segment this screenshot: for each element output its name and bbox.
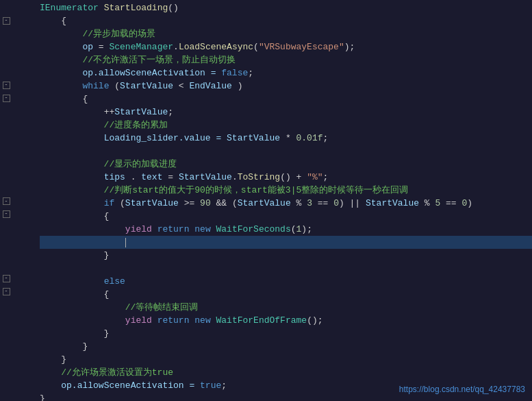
code-line-7: { xyxy=(40,93,532,106)
gutter-cell-5 xyxy=(0,66,12,79)
gutter-cell-12 xyxy=(0,156,12,169)
code-line-6: while (StartValue < EndValue ) xyxy=(40,80,532,93)
gutter-cell-13 xyxy=(0,169,12,182)
code-line-13: tips . text = StartValue.ToString() + "%… xyxy=(40,171,532,184)
cursor xyxy=(125,238,126,247)
watermark: https://blog.csdn.net/qq_42437783 xyxy=(399,385,525,394)
gutter-cell-25 xyxy=(0,324,12,337)
gutter-cell-8 xyxy=(0,105,12,118)
gutter-cell-3 xyxy=(0,40,12,53)
gutter-cell-28 xyxy=(0,363,12,376)
code-line-21: else xyxy=(40,275,532,288)
code-line-23: //等待帧结束回调 xyxy=(40,301,532,314)
code-line-28: //允许场景激活设置为true xyxy=(40,366,532,379)
code-line-8: ++StartValue; xyxy=(40,106,532,119)
gutter-column: - - - - - xyxy=(0,0,12,401)
gutter-cell-15[interactable]: - xyxy=(0,195,12,208)
code-line-14: //判断start的值大于90的时候，start能被3|5整除的时候等待一秒在回… xyxy=(40,184,532,197)
gutter-cell-14 xyxy=(0,182,12,195)
code-line-12: //显示的加载进度 xyxy=(40,158,532,171)
gutter-cell-10 xyxy=(0,130,12,143)
line-numbers xyxy=(12,0,33,401)
code-line-2: //异步加载的场景 xyxy=(40,27,532,40)
gutter-cell-2 xyxy=(0,27,12,40)
code-line-18 xyxy=(40,236,532,249)
gutter-cell-29 xyxy=(0,376,12,389)
code-line-3: op = SceneManager.LoadSceneAsync("VRSubw… xyxy=(40,40,532,53)
gutter-cell-17 xyxy=(0,221,12,234)
gutter-cell-1[interactable]: - xyxy=(0,14,12,27)
gutter-cell-23 xyxy=(0,298,12,311)
code-line-22: { xyxy=(40,288,532,301)
gutter-cell-20 xyxy=(0,259,12,272)
code-line-15: if (StartValue >= 90 && (StartValue % 3 … xyxy=(40,197,532,210)
gutter-cell-19 xyxy=(0,246,12,259)
code-area[interactable]: IEnumerator StartLoading() { //异步加载的场景 o… xyxy=(33,0,532,401)
gutter-cell-30 xyxy=(0,388,12,401)
code-line-0: IEnumerator StartLoading() xyxy=(40,1,532,14)
code-line-19: } xyxy=(40,249,532,262)
gutter-cell-22[interactable]: - xyxy=(0,285,12,298)
code-line-25: } xyxy=(40,327,532,340)
code-line-9: //进度条的累加 xyxy=(40,119,532,132)
gutter-cell-16[interactable]: - xyxy=(0,208,12,221)
gutter-cell-27 xyxy=(0,350,12,363)
code-line-4: //不允许激活下一场景，防止自动切换 xyxy=(40,53,532,66)
gutter-cell-11 xyxy=(0,143,12,156)
code-line-17: yield return new WaitForSeconds(1); xyxy=(40,223,532,236)
code-line-27: } xyxy=(40,353,532,366)
code-line-5: op.allowSceneActivation = false; xyxy=(40,66,532,80)
gutter-cell-4 xyxy=(0,53,12,66)
gutter-cell-26 xyxy=(0,337,12,350)
gutter-cell-18 xyxy=(0,234,12,247)
editor-container: - - - - - xyxy=(0,0,532,401)
gutter-cell-9 xyxy=(0,117,12,130)
gutter-cell-21[interactable]: - xyxy=(0,272,12,285)
gutter-cell-0 xyxy=(0,1,12,14)
code-line-11 xyxy=(40,145,532,158)
code-line-26: } xyxy=(40,340,532,353)
gutter-cell-7[interactable]: - xyxy=(0,92,12,105)
code-line-1: { xyxy=(40,14,532,27)
code-line-10: Loading_slider.value = StartValue * 0.01… xyxy=(40,132,532,145)
code-line-24: yield return new WaitForEndOfFrame(); xyxy=(40,314,532,327)
gutter-cell-24 xyxy=(0,311,12,324)
code-line-20 xyxy=(40,262,532,275)
gutter-cell-6[interactable]: - xyxy=(0,79,12,92)
code-line-16: { xyxy=(40,210,532,223)
